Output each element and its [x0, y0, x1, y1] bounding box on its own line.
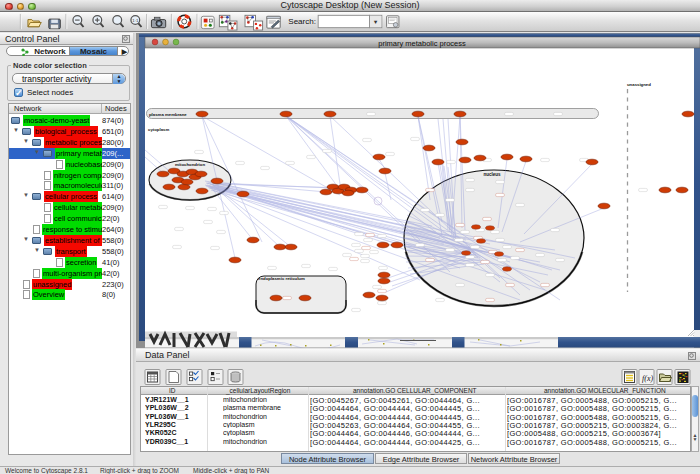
svg-text:plasma membrane: plasma membrane — [149, 112, 187, 117]
svg-text:unassigned: unassigned — [627, 82, 651, 87]
svg-text:cytoplasm: cytoplasm — [148, 127, 169, 132]
svg-text:f(x): f(x) — [642, 374, 653, 383]
svg-text:endoplasmic reticulum: endoplasmic reticulum — [258, 276, 305, 281]
svg-text:mitochondrion: mitochondrion — [175, 162, 205, 167]
svg-text:nucleus: nucleus — [483, 172, 501, 177]
svg-text:primary metabolic process: primary metabolic process — [378, 39, 466, 48]
svg-text:1:1: 1:1 — [132, 18, 139, 23]
svg-text:Search:: Search: — [288, 17, 316, 26]
svg-text:▼: ▼ — [373, 19, 379, 25]
